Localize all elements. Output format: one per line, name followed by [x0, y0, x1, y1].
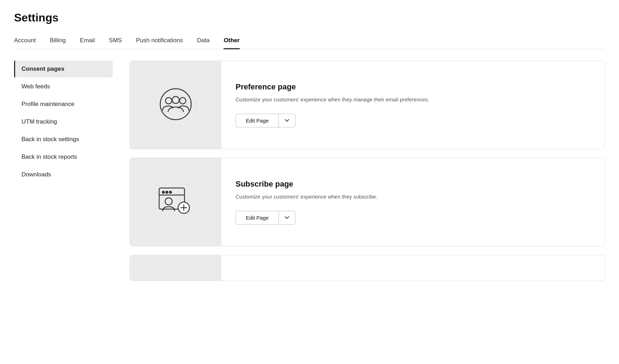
preference-page-edit-button[interactable]: Edit Page — [236, 114, 279, 127]
subscribe-page-card: Subscribe page Customize your customers'… — [130, 158, 605, 246]
sidebar-item-consent-pages[interactable]: Consent pages — [14, 61, 113, 77]
card-image-dots-3 — [130, 255, 221, 281]
tab-data[interactable]: Data — [197, 33, 210, 49]
chevron-down-icon — [285, 215, 289, 220]
svg-point-3 — [180, 98, 186, 104]
preference-page-title: Preference page — [236, 82, 429, 92]
sidebar-item-utm-tracking[interactable]: UTM tracking — [14, 113, 113, 130]
sidebar-item-profile-maintenance[interactable]: Profile maintenance — [14, 96, 113, 113]
partial-card-image — [130, 255, 221, 281]
preference-page-split-button: Edit Page — [236, 114, 295, 127]
subscribe-page-title: Subscribe page — [236, 180, 377, 189]
preference-page-image — [130, 61, 221, 149]
subscribe-page-desc: Customize your customers' experience whe… — [236, 193, 377, 201]
preference-page-desc: Customize your customers' experience whe… — [236, 96, 429, 104]
partial-card-body — [221, 255, 250, 281]
sidebar-item-back-in-stock-settings[interactable]: Back in stock settings — [14, 131, 113, 148]
tab-other[interactable]: Other — [224, 33, 239, 49]
preference-page-card: Preference page Customize your customers… — [130, 61, 605, 149]
svg-point-7 — [169, 191, 171, 193]
main-content: Preference page Customize your customers… — [130, 61, 605, 289]
tab-billing[interactable]: Billing — [50, 33, 65, 49]
svg-point-0 — [160, 89, 191, 120]
svg-point-9 — [165, 198, 172, 205]
top-nav: Account Billing Email SMS Push notificat… — [14, 33, 605, 49]
subscribe-page-image — [130, 158, 221, 246]
tab-sms[interactable]: SMS — [109, 33, 122, 49]
subscribe-page-edit-button[interactable]: Edit Page — [236, 211, 279, 225]
sidebar: Consent pages Web feeds Profile maintena… — [14, 61, 113, 289]
subscribe-page-body: Subscribe page Customize your customers'… — [221, 158, 392, 246]
chevron-down-icon — [285, 118, 289, 123]
tab-push-notifications[interactable]: Push notifications — [136, 33, 183, 49]
sidebar-item-back-in-stock-reports[interactable]: Back in stock reports — [14, 149, 113, 165]
preference-page-body: Preference page Customize your customers… — [221, 61, 443, 149]
subscribe-icon — [156, 184, 195, 220]
sidebar-item-web-feeds[interactable]: Web feeds — [14, 78, 113, 95]
svg-point-2 — [172, 96, 179, 103]
subscribe-page-dropdown-button[interactable] — [279, 211, 295, 225]
sidebar-item-downloads[interactable]: Downloads — [14, 166, 113, 183]
page-title: Settings — [14, 11, 605, 24]
tab-email[interactable]: Email — [80, 33, 95, 49]
svg-point-1 — [165, 98, 172, 104]
svg-point-5 — [162, 191, 164, 193]
content-area: Consent pages Web feeds Profile maintena… — [14, 49, 605, 289]
subscribe-page-split-button: Edit Page — [236, 211, 295, 225]
partial-card — [130, 255, 605, 281]
people-icon — [158, 87, 193, 123]
page-wrapper: Settings Account Billing Email SMS Push … — [0, 0, 619, 289]
svg-point-6 — [166, 191, 168, 193]
tab-account[interactable]: Account — [14, 33, 36, 49]
preference-page-dropdown-button[interactable] — [279, 114, 295, 127]
